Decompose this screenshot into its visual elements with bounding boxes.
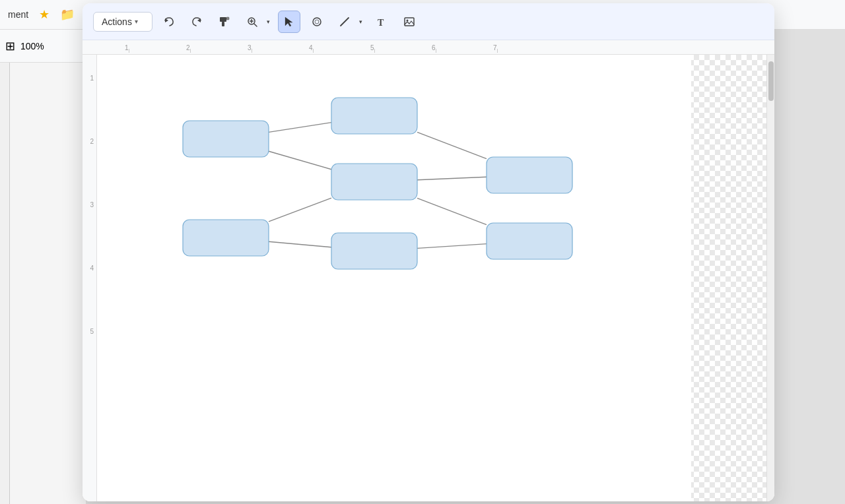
node-n2[interactable]: [331, 98, 417, 134]
svg-text:T: T: [378, 18, 384, 28]
zoom-button[interactable]: [241, 11, 263, 33]
ruler-top-tick-2: 2: [186, 44, 190, 51]
ruler-left-tick-5: 5: [90, 328, 94, 335]
zoom-dropdown-button[interactable]: ▾: [263, 11, 273, 33]
line-dropdown-button[interactable]: ▾: [356, 11, 365, 33]
bg-zoom-label: 100%: [20, 41, 44, 51]
ruler-top-line-2: [190, 49, 191, 53]
actions-label: Actions: [102, 16, 132, 27]
ruler-top: 1234567: [83, 40, 774, 55]
ruler-top-tick-1: 1: [125, 44, 129, 51]
edge-n2-n6: [417, 132, 487, 158]
node-rect-n4: [331, 233, 417, 269]
svg-rect-13: [405, 18, 414, 26]
bg-toolbar-icon: ⊞: [5, 39, 15, 53]
ruler-top-tick-7: 7: [493, 44, 497, 51]
line-icon: [339, 16, 351, 28]
node-n7[interactable]: [487, 223, 572, 259]
bg-folder-icon: 📁: [60, 7, 75, 22]
drawing-canvas[interactable]: [97, 55, 766, 501]
shapes-button[interactable]: [306, 11, 328, 33]
node-n6[interactable]: [487, 157, 572, 193]
svg-rect-2: [220, 17, 226, 22]
actions-button[interactable]: Actions ▾: [93, 12, 152, 32]
shapes-icon: [311, 16, 323, 28]
background-ruler-left: [0, 63, 10, 504]
node-rect-n6: [487, 157, 572, 193]
ruler-top-line-5: [374, 49, 375, 53]
canvas-area: 1234567 12345: [83, 40, 774, 501]
select-button[interactable]: [278, 11, 300, 33]
ruler-top-tick-4: 4: [309, 44, 313, 51]
image-icon: [403, 16, 415, 28]
text-icon: T: [376, 16, 388, 28]
bg-menu-document: ment: [8, 9, 28, 20]
ruler-top-tick-6: 6: [432, 44, 436, 51]
diagram-dialog: Actions ▾: [83, 3, 774, 501]
node-n1[interactable]: [183, 121, 269, 157]
edge-n4-n7: [417, 244, 487, 249]
ruler-top-tick-5: 5: [370, 44, 374, 51]
text-button[interactable]: T: [370, 11, 393, 33]
ruler-top-line-1: [129, 49, 129, 53]
node-n3[interactable]: [331, 164, 417, 200]
node-rect-n5: [183, 220, 269, 256]
background-document: [0, 0, 86, 504]
svg-point-10: [315, 20, 319, 24]
ruler-left-tick-3: 3: [90, 201, 94, 208]
line-control: ▾: [333, 11, 365, 33]
scrollbar-right[interactable]: [766, 55, 774, 501]
diagram-svg[interactable]: [97, 55, 766, 501]
actions-chevron-icon: ▾: [135, 18, 138, 25]
node-rect-n1: [183, 121, 269, 157]
node-rect-n3: [331, 164, 417, 200]
select-icon: [283, 16, 295, 28]
svg-marker-1: [197, 18, 201, 22]
ruler-top-line-6: [436, 49, 436, 53]
background-toolbar: ⊞ 100%: [0, 30, 86, 63]
node-rect-n2: [331, 98, 417, 134]
edge-n3-n7: [417, 198, 487, 224]
svg-line-11: [341, 18, 349, 26]
edge-n1-n2: [269, 123, 331, 133]
line-button[interactable]: [333, 11, 356, 33]
ruler-left-tick-4: 4: [90, 265, 94, 272]
zoom-icon: [246, 16, 258, 28]
ruler-top-line-3: [252, 49, 252, 53]
ruler-top-line-7: [497, 49, 498, 53]
format-paint-button[interactable]: [213, 11, 236, 33]
svg-marker-0: [165, 18, 168, 22]
edge-n5-n3: [269, 198, 331, 222]
svg-rect-4: [226, 17, 229, 20]
ruler-left-tick-2: 2: [90, 138, 94, 145]
edge-n1-n3: [269, 151, 331, 169]
edge-n3-n6: [417, 177, 487, 179]
ruler-top-line-4: [313, 49, 314, 53]
redo-button[interactable]: [186, 11, 208, 33]
edge-n5-n4: [269, 241, 331, 247]
svg-rect-3: [222, 22, 224, 26]
node-rect-n7: [487, 223, 572, 259]
ruler-top-tick-3: 3: [248, 44, 252, 51]
ruler-left: 12345: [83, 55, 97, 501]
drawing-wrapper: 12345: [83, 55, 774, 501]
undo-button[interactable]: [158, 11, 180, 33]
node-n5[interactable]: [183, 220, 269, 256]
undo-icon: [163, 16, 175, 28]
scrollbar-thumb[interactable]: [768, 61, 774, 101]
node-n4[interactable]: [331, 233, 417, 269]
svg-line-6: [254, 24, 257, 26]
image-button[interactable]: [398, 11, 421, 33]
diagram-toolbar: Actions ▾: [83, 3, 774, 40]
redo-icon: [191, 16, 203, 28]
format-paint-icon: [219, 16, 230, 28]
zoom-control: ▾: [241, 11, 273, 33]
ruler-left-tick-1: 1: [90, 75, 94, 82]
svg-point-14: [407, 19, 409, 21]
svg-point-9: [313, 18, 321, 26]
bg-star-icon: ★: [39, 7, 50, 22]
